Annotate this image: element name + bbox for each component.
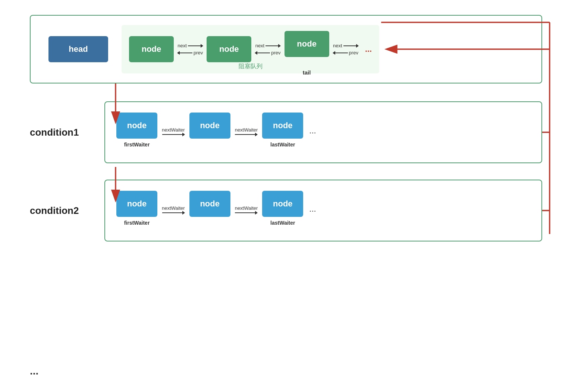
condition1-label: condition1	[30, 127, 104, 138]
first-waiter-label-1: firstWaiter	[124, 142, 150, 148]
condition1-section: condition1 node firstWaiter nextWaiter	[30, 101, 542, 163]
green-node-2: node	[207, 36, 251, 62]
queue-label: 阻塞队列	[239, 63, 263, 70]
condition2-node-1: node firstWaiter	[116, 191, 157, 217]
first-waiter-label-2: firstWaiter	[124, 220, 150, 226]
arrow-group-2: next prev	[255, 43, 280, 56]
aqs-queue-box: head node next prev	[30, 15, 542, 83]
condition2-inner: node firstWaiter nextWaiter node	[116, 191, 530, 227]
condition2-dots: ...	[309, 204, 316, 214]
next-waiter-arrow-1: nextWaiter	[162, 127, 185, 135]
queue-dots: ...	[365, 44, 372, 54]
cond2-next-waiter-arrow-1: nextWaiter	[162, 205, 185, 213]
condition2-node-3: node lastWaiter	[262, 191, 303, 217]
green-node-1: node	[129, 36, 174, 62]
last-waiter-label-1: lastWaiter	[270, 142, 295, 148]
bottom-dots: ...	[30, 365, 38, 377]
green-node-3-tail: node	[285, 31, 329, 57]
condition1-inner: node firstWaiter nextWaiter node	[116, 113, 530, 149]
last-waiter-label-2: lastWaiter	[270, 220, 295, 226]
condition1-node-2: node	[189, 113, 230, 139]
queue-inner: node next prev n	[122, 25, 379, 73]
tail-label: tail	[303, 69, 311, 76]
arrow-group-3: next prev	[333, 43, 358, 56]
arrow-group-1: next prev	[177, 43, 203, 56]
condition1-box: node firstWaiter nextWaiter node	[104, 101, 542, 163]
condition1-dots: ...	[309, 126, 316, 136]
cond2-next-waiter-arrow-2: nextWaiter	[235, 205, 258, 213]
head-node: head	[48, 36, 108, 62]
condition2-label: condition2	[30, 205, 104, 216]
next-waiter-arrow-2: nextWaiter	[235, 127, 258, 135]
condition2-node-2: node	[189, 191, 230, 217]
condition1-node-1: node firstWaiter	[116, 113, 157, 139]
condition2-section: condition2 node firstWaiter nextWaiter	[30, 180, 542, 241]
condition1-node-3: node lastWaiter	[262, 113, 303, 139]
condition2-box: node firstWaiter nextWaiter node	[104, 180, 542, 241]
